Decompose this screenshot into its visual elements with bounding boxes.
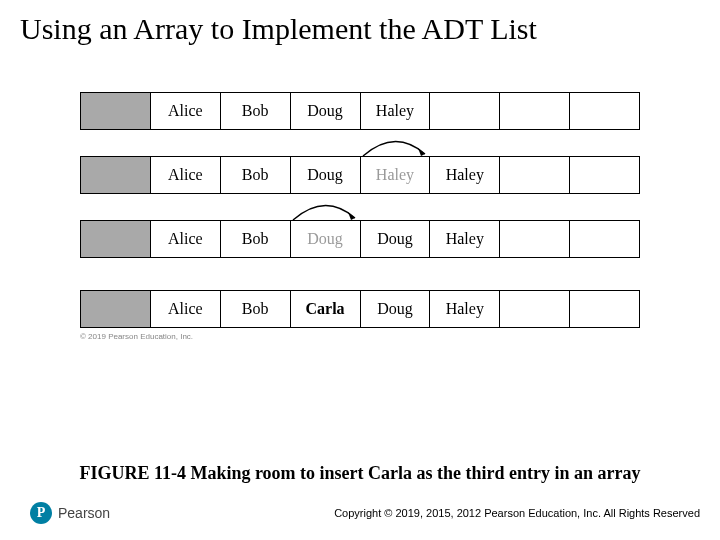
slide: Using an Array to Implement the ADT List… xyxy=(0,0,720,540)
cell: Doug xyxy=(291,157,361,193)
cell: Alice xyxy=(151,93,221,129)
publisher-logo: P Pearson xyxy=(30,502,110,524)
cell: Bob xyxy=(221,221,291,257)
logo-text: Pearson xyxy=(58,505,110,521)
cell xyxy=(570,93,639,129)
cell xyxy=(81,221,151,257)
cell: Haley xyxy=(361,93,431,129)
array-row-4: Alice Bob Carla Doug Haley xyxy=(80,290,640,328)
cell: Doug xyxy=(361,221,431,257)
cell xyxy=(570,291,639,327)
cell xyxy=(500,93,570,129)
cell: Doug xyxy=(291,93,361,129)
cell xyxy=(500,291,570,327)
cell xyxy=(500,221,570,257)
cell xyxy=(81,93,151,129)
image-credit: © 2019 Pearson Education, Inc. xyxy=(80,332,640,341)
figure-area: Alice Bob Doug Haley Alice Bob xyxy=(80,92,640,341)
cell xyxy=(570,157,639,193)
cell: Bob xyxy=(221,291,291,327)
array-row-1: Alice Bob Doug Haley xyxy=(80,92,640,130)
cell: Bob xyxy=(221,157,291,193)
array-row-2: Alice Bob Doug Haley Haley xyxy=(80,156,640,194)
cell xyxy=(570,221,639,257)
cell xyxy=(430,93,500,129)
array-cells: Alice Bob Carla Doug Haley xyxy=(80,290,640,328)
cell: Haley xyxy=(430,221,500,257)
cell: Alice xyxy=(151,291,221,327)
array-cells: Alice Bob Doug Haley xyxy=(80,92,640,130)
cell: Haley xyxy=(361,157,431,193)
logo-circle-icon: P xyxy=(30,502,52,524)
cell xyxy=(500,157,570,193)
cell: Bob xyxy=(221,93,291,129)
cell: Alice xyxy=(151,221,221,257)
cell xyxy=(81,291,151,327)
footer: P Pearson Copyright © 2019, 2015, 2012 P… xyxy=(0,502,700,524)
cell: Haley xyxy=(430,291,500,327)
cell: Alice xyxy=(151,157,221,193)
array-cells: Alice Bob Doug Haley Haley xyxy=(80,156,640,194)
array-row-3: Alice Bob Doug Doug Haley xyxy=(80,220,640,258)
cell: Doug xyxy=(361,291,431,327)
array-cells: Alice Bob Doug Doug Haley xyxy=(80,220,640,258)
cell: Doug xyxy=(291,221,361,257)
copyright-text: Copyright © 2019, 2015, 2012 Pearson Edu… xyxy=(334,507,700,519)
logo-letter: P xyxy=(37,505,46,521)
figure-caption: FIGURE 11-4 Making room to insert Carla … xyxy=(0,463,720,484)
cell: Carla xyxy=(291,291,361,327)
cell xyxy=(81,157,151,193)
cell: Haley xyxy=(430,157,500,193)
slide-title: Using an Array to Implement the ADT List xyxy=(20,12,700,46)
